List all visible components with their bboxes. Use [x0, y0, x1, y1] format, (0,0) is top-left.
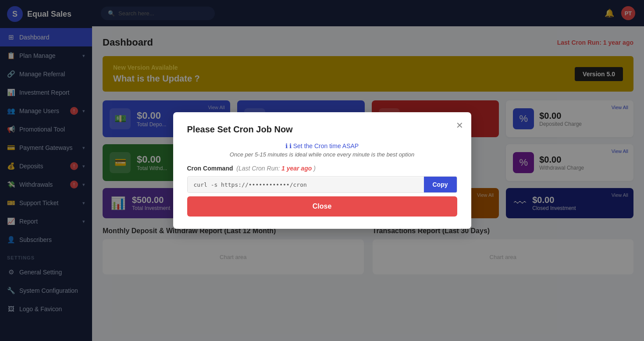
cron-modal: Please Set Cron Job Now ✕ ℹ ℹ Set the Cr… [173, 112, 471, 229]
modal-info-sub: Once per 5-15 minutes is ideal while onc… [187, 151, 457, 158]
cron-info-link[interactable]: ℹ ℹ Set the Cron time ASAP [187, 142, 457, 149]
modal-title: Please Set Cron Job Now [187, 124, 457, 135]
cron-command-input[interactable] [188, 177, 424, 192]
cron-meta-text: (Last Cron Run: 1 year ago ) [235, 165, 315, 172]
info-icon: ℹ [285, 142, 288, 149]
cron-command-row: Copy [187, 176, 457, 193]
cron-command-label: Cron Command (Last Cron Run: 1 year ago … [187, 165, 457, 172]
modal-close-button[interactable]: ✕ [456, 120, 463, 131]
modal-info: ℹ ℹ Set the Cron time ASAP Once per 5-15… [187, 142, 457, 158]
modal-overlay: Please Set Cron Job Now ✕ ℹ ℹ Set the Cr… [0, 0, 644, 341]
close-modal-button[interactable]: Close [187, 196, 457, 217]
copy-button[interactable]: Copy [424, 177, 457, 192]
